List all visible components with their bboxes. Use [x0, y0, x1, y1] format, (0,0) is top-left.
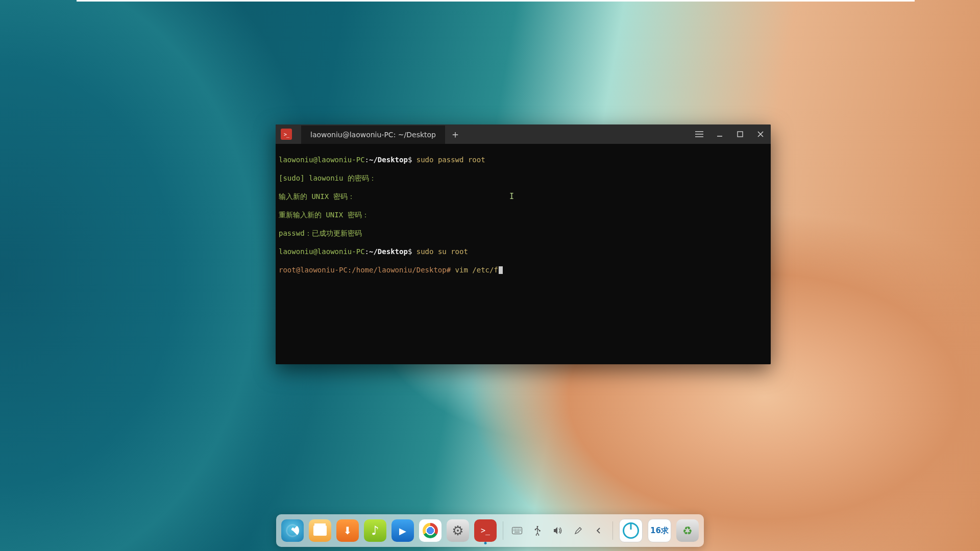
- tray-usb-icon[interactable]: [530, 519, 545, 542]
- cursor-block-icon: [499, 266, 503, 274]
- tray-volume-icon[interactable]: [550, 519, 566, 542]
- hamburger-menu-button[interactable]: [689, 124, 709, 144]
- browser-chrome-strip: [77, 0, 915, 2]
- dock-settings[interactable]: [447, 519, 469, 542]
- dock[interactable]: 16求: [276, 514, 704, 547]
- tab-title: laowoniu@laowoniu-PC: ~/Desktop: [310, 131, 436, 139]
- terminal-line: laowoniu@laowoniu-PC:~/Desktop$ sudo pas…: [279, 155, 768, 164]
- new-tab-button[interactable]: ＋: [447, 124, 463, 144]
- dock-power-button[interactable]: [619, 519, 643, 542]
- terminal-line: [sudo] laowoniu 的密码：: [279, 173, 768, 183]
- terminal-app-icon: [281, 129, 292, 140]
- dock-terminal[interactable]: [474, 519, 497, 542]
- dock-video[interactable]: [391, 519, 414, 542]
- tray-back-icon[interactable]: [591, 519, 606, 542]
- terminal-line: 重新输入新的 UNIX 密码：: [279, 210, 768, 219]
- title-controls: [689, 124, 771, 144]
- svg-rect-0: [738, 132, 743, 137]
- terminal-line: root@laowoniu-PC:/home/laowoniu/Desktop#…: [279, 265, 768, 274]
- svg-point-2: [535, 529, 536, 531]
- tab-strip: laowoniu@laowoniu-PC: ~/Desktop ＋: [301, 124, 463, 144]
- maximize-button[interactable]: [730, 124, 750, 144]
- dock-app-store[interactable]: [336, 519, 359, 542]
- dock-file-manager[interactable]: [309, 519, 331, 542]
- svg-rect-3: [539, 530, 541, 532]
- terminal-line: passwd：已成功更新密码: [279, 229, 768, 238]
- tab-active[interactable]: laowoniu@laowoniu-PC: ~/Desktop: [301, 124, 445, 144]
- terminal-window[interactable]: laowoniu@laowoniu-PC: ~/Desktop ＋ l: [276, 124, 771, 364]
- terminal-line: 输入新的 UNIX 密码：: [279, 192, 768, 201]
- dock-chrome[interactable]: [419, 519, 442, 542]
- titlebar[interactable]: laowoniu@laowoniu-PC: ~/Desktop ＋: [276, 124, 771, 144]
- tray-edit-icon[interactable]: [571, 519, 586, 542]
- dock-separator: [503, 521, 503, 540]
- close-button[interactable]: [750, 124, 771, 144]
- dock-trash[interactable]: [676, 519, 699, 542]
- power-icon: [623, 522, 639, 539]
- tray-keyboard-icon[interactable]: [509, 519, 525, 542]
- dock-music[interactable]: [364, 519, 386, 542]
- terminal-line: laowoniu@laowoniu-PC:~/Desktop$ sudo su …: [279, 247, 768, 256]
- dock-input-method[interactable]: 16求: [648, 519, 671, 542]
- dock-launcher[interactable]: [281, 519, 304, 542]
- terminal-body[interactable]: laowoniu@laowoniu-PC:~/Desktop$ sudo pas…: [276, 144, 771, 364]
- ime-label: 16求: [650, 526, 669, 536]
- desktop[interactable]: laowoniu@laowoniu-PC: ~/Desktop ＋ l: [0, 0, 980, 551]
- minimize-button[interactable]: [709, 124, 730, 144]
- dock-separator: [612, 521, 613, 540]
